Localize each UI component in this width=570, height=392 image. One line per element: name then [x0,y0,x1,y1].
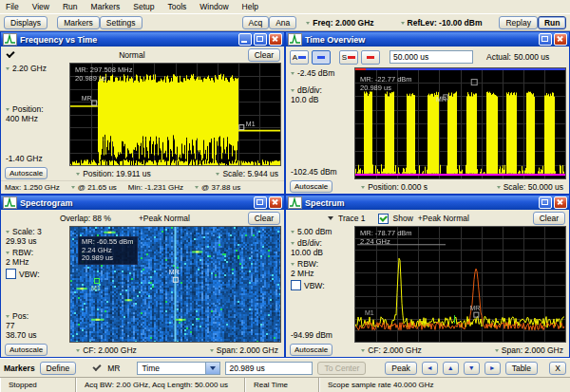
close-icon[interactable] [554,196,567,209]
x-position-readout[interactable]: Position: 19.911 us [76,169,151,178]
autoscale-button[interactable]: Autoscale [5,167,48,179]
peak-right-button[interactable]: ► [484,362,501,375]
spectrogram-header: Overlap: 88 % +Peak Normal Clear [1,210,284,226]
selected-marker-label[interactable]: MR [107,364,120,373]
menu-run[interactable]: Run [63,2,78,11]
spectrogram-plot[interactable]: MR: -60.55 dBm 2.24 GHz 20.989 us [69,226,281,343]
menu-file[interactable]: File [6,2,19,11]
to-center-button[interactable]: To Center [317,362,366,375]
window-chart-icon [3,196,17,209]
rbw-value[interactable]: 2 MHz [291,269,352,278]
close-icon[interactable] [554,33,567,46]
dbdiv-label[interactable]: dB/div: [291,238,352,248]
menu-tools[interactable]: Tools [168,2,187,11]
freq-vs-time-titlebar[interactable]: Frequency vs Time [1,32,284,47]
menu-markers[interactable]: Markers [91,2,121,11]
acq-button[interactable]: Acq [242,16,270,29]
spectrum-zoom-button[interactable] [361,50,380,65]
displays-button[interactable]: Displays [4,16,48,29]
span-readout[interactable]: Span: 2.000 GHz [210,345,278,355]
rbw-label[interactable]: RBW: [291,259,352,269]
vbw-checkbox[interactable] [291,280,301,290]
reflev-readout[interactable]: RefLev: -10.00 dBm [401,18,483,28]
rbw-label[interactable]: RBW: [6,248,67,257]
settings-button[interactable]: Settings [100,16,142,29]
minimize-icon[interactable] [238,33,252,46]
y-axis-top-value[interactable]: 2.20 GHz [6,64,67,73]
menu-view[interactable]: View [32,2,49,11]
peak-left-button[interactable]: ◄ [422,362,438,375]
chevron-down-icon[interactable] [205,363,219,374]
clear-button[interactable]: Clear [533,212,565,225]
marker-table-button[interactable]: Table [505,362,538,375]
autoscale-button[interactable]: Autoscale [5,344,48,356]
autoscale-button[interactable]: Autoscale [290,344,332,356]
dbdiv-label[interactable]: dB/div: [291,85,352,95]
position-value[interactable]: 400 MHz [6,114,67,123]
panel-title: Frequency vs Time [20,35,236,45]
close-markers-bar-button[interactable]: X [549,362,566,375]
x-scale-readout[interactable]: Scale: 50.000 us [497,182,563,192]
dbdiv-value[interactable]: 10.00 dB [291,248,352,257]
clear-button[interactable]: Clear [248,212,280,225]
spectrum-time-button[interactable]: S [339,50,358,65]
x-position-readout[interactable]: Position: 0.000 s [361,182,428,192]
peak-down-button[interactable]: ▼ [464,362,480,375]
ana-button[interactable]: Ana [269,16,296,29]
freq-vs-time-plot[interactable]: MR: 297.508 MHz 20.989 us [69,63,281,166]
cf-readout[interactable]: CF: 2.000 GHz [361,345,422,355]
overlap-readout[interactable]: Overlap: 88 % [60,214,111,223]
x-scale-readout[interactable]: Scale: 5.944 us [216,169,278,178]
menu-setup[interactable]: Setup [133,2,154,11]
analysis-time-button[interactable]: A [290,50,309,65]
vbw-checkbox[interactable] [6,269,16,279]
run-button[interactable]: Run [538,16,567,29]
cf-readout[interactable]: CF: 2.000 GHz [76,345,137,355]
peak-button[interactable]: Peak [385,362,416,375]
span-readout[interactable]: Span: 2.000 GHz [495,345,563,355]
marker-type-select[interactable]: Time [137,362,220,375]
define-markers-button[interactable]: Define [40,362,77,375]
marker-time-input[interactable] [225,362,313,375]
close-icon[interactable] [269,33,282,46]
position-label[interactable]: Position: [6,104,67,114]
restore-icon[interactable] [254,196,267,209]
check-icon [93,362,102,370]
restore-icon[interactable] [539,196,552,209]
restore-icon[interactable] [539,33,552,46]
freq-vs-time-sidebar: 2.20 GHz Position: 400 MHz -1.40 GHz [1,63,69,166]
pos-label[interactable]: Pos: [6,311,67,321]
rbw-value[interactable]: 2 MHz [6,257,67,267]
time-overview-titlebar[interactable]: Time Overview [286,32,569,47]
clear-button[interactable]: Clear [248,48,280,62]
markers-button[interactable]: Markers [57,16,100,29]
autoscale-button[interactable]: Autoscale [290,180,332,193]
y-axis-top-value[interactable]: 5.00 dBm [291,227,352,236]
status-bar: Stopped Acq BW: 2.00 GHz, Acq Length: 50… [0,377,570,392]
spectrogram-titlebar[interactable]: Spectrogram [1,196,284,210]
pos-value[interactable]: 77 [6,321,67,330]
menu-help[interactable]: Help [242,2,258,11]
replay-button[interactable]: Replay [499,16,537,29]
analysis-length-input[interactable] [390,50,473,64]
spectrum-titlebar[interactable]: Spectrum [286,196,569,210]
trace-selector[interactable]: Trace 1 [338,214,366,223]
pos-time-value: 38.70 us [6,330,67,340]
dbdiv-value[interactable]: 10.0 dB [291,95,352,104]
freq-readout[interactable]: Freq: 2.000 GHz [306,18,373,28]
scale-label[interactable]: Scale: 3 [6,227,67,236]
y-axis-top-value[interactable]: -2.45 dBm [291,68,352,78]
spectrum-window: Spectrum Trace 1 Show +Peak Normal Clear… [285,195,570,358]
scale-value[interactable]: 29.93 us [6,236,67,246]
time-overview-plot[interactable]: MR: -22.77 dBm 20.989 us [354,67,566,179]
menu-window[interactable]: Window [200,2,228,11]
restore-icon[interactable] [254,33,267,46]
time-overview-window: Time Overview A S Actual: 50.000 us -2.4… [285,31,570,195]
show-checkbox[interactable] [378,214,389,224]
close-icon[interactable] [269,196,282,209]
chevron-down-icon[interactable] [328,216,333,220]
run-state: Stopped [0,378,76,392]
spectrum-plot[interactable]: MR: -78.77 dBm 2.24 GHz [354,226,566,343]
peak-up-button[interactable]: ▲ [443,362,459,375]
analysis-zoom-button[interactable] [312,50,331,65]
